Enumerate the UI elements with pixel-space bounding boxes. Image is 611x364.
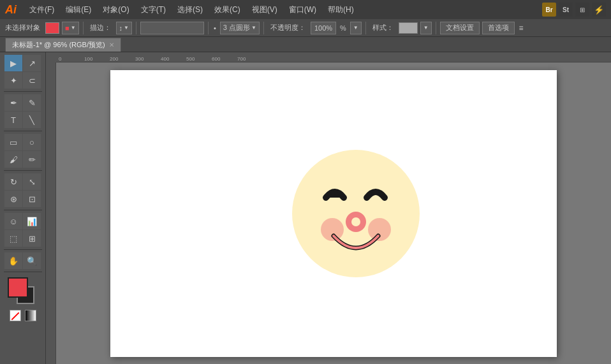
art-board <box>110 70 557 357</box>
none-swatch[interactable] <box>10 310 21 321</box>
sep6 <box>436 22 436 34</box>
ruler-tick: 400 <box>161 56 186 62</box>
menu-object[interactable]: 对象(O) <box>99 3 133 17</box>
tab-document[interactable]: 未标题-1* @ 96% (RGB/预览) ✕ <box>5 38 121 52</box>
left-toolbar: ▶ ↗ ✦ ⊂ ✒ ✎ T ╲ ▭ ○ 🖌 ✏ ↻ ⤡ ⊛ <box>0 52 46 364</box>
stock-icon[interactable]: St <box>559 3 573 17</box>
tab-label: 未标题-1* @ 96% (RGB/预览) <box>12 40 105 50</box>
direct-selection-tool[interactable]: ↗ <box>23 55 41 71</box>
main-area: ▶ ↗ ✦ ⊂ ✒ ✎ T ╲ ▭ ○ 🖌 ✏ ↻ ⤡ ⊛ <box>0 52 611 364</box>
tool-div3 <box>4 170 42 171</box>
line-tool[interactable]: ╲ <box>23 112 41 128</box>
tool-div1 <box>4 91 42 92</box>
title-bar: Ai 文件(F) 编辑(E) 对象(O) 文字(T) 选择(S) 效果(C) 视… <box>0 0 611 19</box>
style-swatch[interactable] <box>399 22 418 34</box>
menu-help[interactable]: 帮助(H) <box>324 3 358 17</box>
selection-tool[interactable]: ▶ <box>4 55 22 71</box>
sep4 <box>263 22 264 34</box>
rotate-tool[interactable]: ↻ <box>4 173 22 190</box>
tool-div6 <box>4 272 42 272</box>
sep5 <box>365 22 366 34</box>
symbol-tool[interactable]: ☺ <box>4 213 22 229</box>
tool-row-warp: ⊛ ⊡ <box>4 191 41 207</box>
style-label: 样式： <box>370 23 396 33</box>
gradient-swatch[interactable] <box>25 310 36 321</box>
warp-tool[interactable]: ⊛ <box>4 191 22 207</box>
hand-tool[interactable]: ✋ <box>4 252 22 269</box>
ruler-tick: 500 <box>186 56 212 62</box>
stroke-size-dropdown[interactable]: 3 点圆形▼ <box>220 22 260 34</box>
menu-window[interactable]: 窗口(W) <box>285 3 320 17</box>
tool-row-artboard: ⬚ ⊞ <box>4 230 41 247</box>
svg-point-4 <box>351 217 360 226</box>
ruler-tick: 600 <box>212 56 237 62</box>
magic-wand-tool[interactable]: ✦ <box>4 72 22 89</box>
free-transform-tool[interactable]: ⊡ <box>23 191 41 207</box>
foreground-swatch[interactable] <box>8 277 28 298</box>
swatch-small-row <box>10 310 36 321</box>
fill-swatch[interactable] <box>45 22 59 34</box>
lasso-tool[interactable]: ⊂ <box>23 72 41 89</box>
doc-settings-btn[interactable]: 文档设置 <box>440 22 480 34</box>
bridge-icon[interactable]: Br <box>542 3 556 17</box>
slice-tool[interactable]: ⊞ <box>23 230 41 247</box>
ruler-tick: 300 <box>135 56 161 62</box>
tool-row-rotate: ↻ ⤡ <box>4 173 41 190</box>
color-swatch-area <box>8 277 38 308</box>
menu-view[interactable]: 视图(V) <box>248 3 281 17</box>
sep3 <box>208 22 209 34</box>
stroke-label: 描边： <box>87 23 114 33</box>
style-dropdown[interactable]: ▼ <box>420 22 432 34</box>
stroke-style-input[interactable] <box>140 22 204 34</box>
ruler-horizontal: 0 100 200 300 400 500 600 700 <box>56 52 611 62</box>
point-label: • <box>212 24 217 32</box>
arrange-btn[interactable]: ≡ <box>517 22 526 34</box>
brush-tool[interactable]: 🖌 <box>4 151 22 168</box>
sep2 <box>136 22 136 34</box>
artboard-tool[interactable]: ⬚ <box>4 230 22 247</box>
type-tool[interactable]: T <box>4 112 22 128</box>
rect-tool[interactable]: ▭ <box>4 134 22 150</box>
opacity-dropdown[interactable]: ▼ <box>350 22 362 34</box>
tool-row-shapes: ▭ ○ <box>4 134 41 150</box>
menu-file[interactable]: 文件(F) <box>26 3 58 17</box>
tool-row-pen: ✒ ✎ <box>4 94 41 111</box>
ruler-tick: 0 <box>59 56 84 62</box>
fill-dropdown[interactable]: ■▼ <box>62 22 79 34</box>
scale-tool[interactable]: ⤡ <box>23 173 41 190</box>
menu-text[interactable]: 文字(T) <box>137 3 170 17</box>
add-anchor-tool[interactable]: ✎ <box>23 94 41 111</box>
graph-tool[interactable]: 📊 <box>23 213 41 229</box>
canvas-content <box>56 62 611 364</box>
opacity-label: 不透明度： <box>268 23 308 33</box>
toolbar: 未选择对象 ■▼ 描边： ↕▼ • 3 点圆形▼ 不透明度： % ▼ 样式： ▼… <box>0 19 611 37</box>
ruler-vertical <box>46 62 56 364</box>
pen-tool[interactable]: ✒ <box>4 94 22 111</box>
menu-effect[interactable]: 效果(C) <box>210 3 244 17</box>
tool-row-selection: ▶ ↗ <box>4 55 41 71</box>
menu-select[interactable]: 选择(S) <box>173 3 207 17</box>
ellipse-tool[interactable]: ○ <box>23 134 41 150</box>
ruler-tick: 700 <box>237 56 263 62</box>
canvas-area[interactable]: 0 100 200 300 400 500 600 700 <box>46 52 611 364</box>
opacity-input[interactable] <box>311 22 336 34</box>
tab-close-btn[interactable]: ✕ <box>109 41 114 48</box>
lightning-icon[interactable]: ⚡ <box>592 3 606 17</box>
tool-row-nav: ✋ 🔍 <box>4 252 41 269</box>
tool-row-brush: 🖌 ✏ <box>4 151 41 168</box>
tool-div4 <box>4 210 42 210</box>
tool-row-symbol: ☺ 📊 <box>4 213 41 229</box>
smiley-svg[interactable] <box>289 147 423 280</box>
ruler-tick: 200 <box>110 56 135 62</box>
tool-row-wand: ✦ ⊂ <box>4 72 41 89</box>
prefs-btn[interactable]: 首选项 <box>482 22 515 34</box>
rulers-corner <box>46 52 56 62</box>
workspace-icon[interactable]: ⊞ <box>575 3 589 17</box>
tool-div5 <box>4 249 42 250</box>
tab-bar: 未标题-1* @ 96% (RGB/预览) ✕ <box>0 37 611 52</box>
zoom-tool[interactable]: 🔍 <box>23 252 41 269</box>
sep1 <box>83 22 84 34</box>
menu-edit[interactable]: 编辑(E) <box>62 3 95 17</box>
stroke-dropdown[interactable]: ↕▼ <box>116 22 132 34</box>
pencil-tool[interactable]: ✏ <box>23 151 41 168</box>
